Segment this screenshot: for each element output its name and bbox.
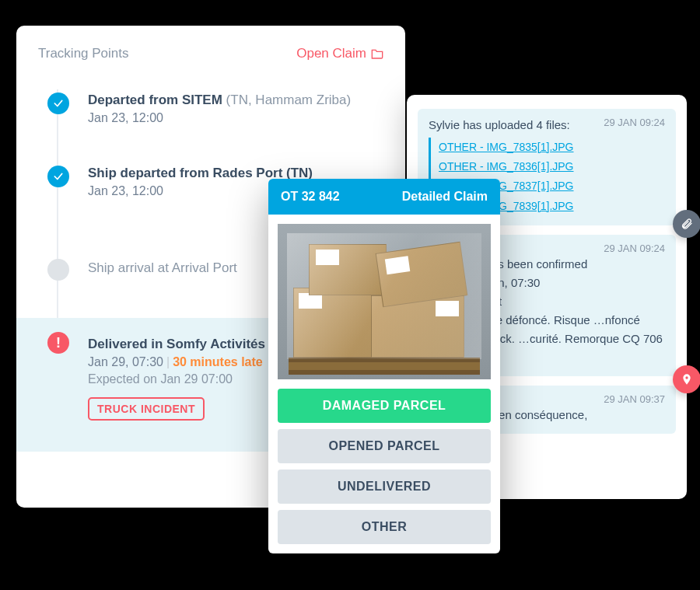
open-claim-label: Open Claim: [296, 46, 366, 61]
tp-time: Jan 23, 12:00: [88, 111, 383, 125]
svg-point-0: [685, 376, 688, 379]
status-node-done: [47, 166, 69, 187]
opened-parcel-button[interactable]: OPENED PARCEL: [278, 429, 491, 463]
folder-icon: [371, 48, 383, 59]
tp-title: Departed from SITEM (TN, Hammam Zriba): [88, 93, 383, 108]
check-icon: [53, 98, 64, 109]
claim-header-label: Detailed Claim: [402, 190, 488, 204]
tp-location: (TN, Hammam Zriba): [226, 93, 352, 107]
check-icon: [53, 171, 64, 182]
pin-icon: [681, 373, 693, 386]
other-button[interactable]: OTHER: [278, 510, 491, 544]
message-timestamp: 29 JAN 09:37: [604, 393, 665, 405]
status-node-done: [47, 93, 69, 114]
tracking-header: Tracking Points Open Claim: [16, 46, 405, 72]
message-timestamp: 29 JAN 09:24: [604, 117, 665, 128]
incident-badge: TRUCK INCIDENT: [88, 397, 205, 421]
location-fab[interactable]: [673, 365, 700, 393]
message-timestamp: 29 JAN 09:24: [604, 243, 665, 254]
claim-button-group: DAMAGED PARCEL OPENED PARCEL UNDELIVERED…: [278, 389, 491, 544]
file-link[interactable]: OTHER - IMG_7836[1].JPG: [439, 157, 665, 176]
open-claim-button[interactable]: Open Claim: [296, 46, 383, 61]
status-node-pending: [47, 259, 69, 281]
claim-header: OT 32 842 Detailed Claim: [268, 179, 500, 215]
tracking-title: Tracking Points: [38, 46, 129, 61]
claim-body: DAMAGED PARCEL OPENED PARCEL UNDELIVERED…: [268, 215, 500, 553]
tp-title-text: Ship arrival at Arrival Port: [88, 260, 237, 275]
tp-title-text: Departed from SITEM: [88, 93, 222, 107]
detailed-claim-modal: OT 32 842 Detailed Claim DAMAGED PARCEL …: [268, 179, 500, 553]
paperclip-icon: [681, 218, 693, 230]
claim-photo: [278, 224, 491, 379]
tp-time: Jan 29, 07:30: [88, 355, 163, 368]
file-link[interactable]: OTHER - IMG_7835[1].JPG: [439, 138, 665, 157]
undelivered-button[interactable]: UNDELIVERED: [278, 470, 491, 504]
claim-reference: OT 32 842: [281, 190, 340, 204]
damaged-parcel-button[interactable]: DAMAGED PARCEL: [278, 389, 491, 423]
tp-late: 30 minutes late: [173, 355, 263, 368]
status-node-alert: !: [47, 332, 69, 354]
tracking-point: Departed from SITEM (TN, Hammam Zriba) J…: [16, 79, 405, 139]
attach-fab[interactable]: [673, 210, 700, 238]
